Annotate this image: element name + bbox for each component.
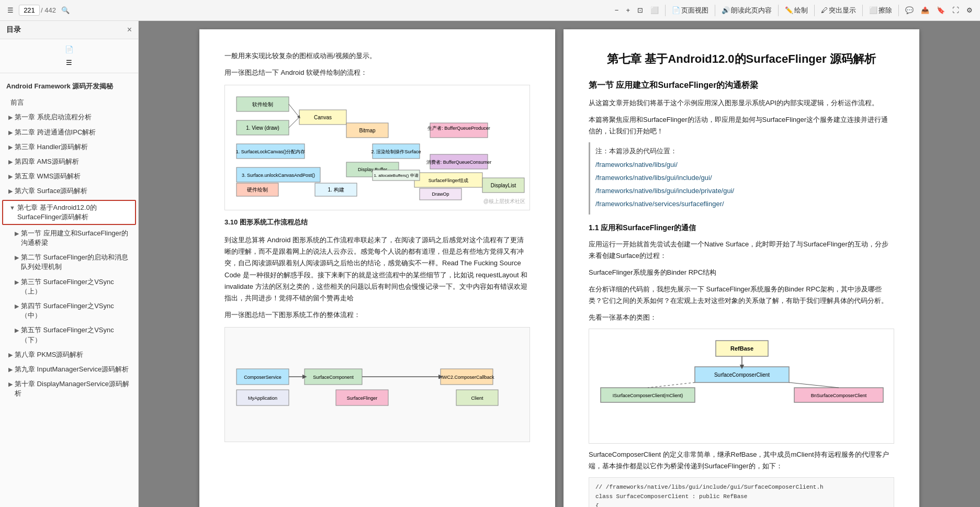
right-class-diagram: RefBase SurfaceComposerClient ISurfaceCo… (589, 329, 894, 444)
software-label: 软件绘制 (252, 102, 273, 107)
divider-5 (862, 5, 863, 16)
arrow-ch4: ▶ (8, 158, 13, 166)
toc-item-ch1[interactable]: ▶ 第一章 系统启动流程分析 (0, 110, 138, 125)
flow-diagram-svg: 软件绘制 1. View (draw) Canvas 1. SurfaceLoc… (231, 92, 530, 201)
left-body-text: 到这里总算将 Android 图形系统的工作流程串联起来了，在阅读了源码之后感觉… (224, 234, 530, 304)
toc-item-ch10[interactable]: ▶ 第十章 DisplayManagerService源码解析 (0, 377, 138, 401)
arrow-ch7-s3: ▶ (15, 278, 19, 286)
zoom-in-button[interactable]: + (623, 4, 633, 16)
toc-item-ch6[interactable]: ▶ 第六章 Surface源码解析 (0, 184, 138, 198)
subsection1-title: 1.1 应用和SurfaceFlinger的通信 (589, 222, 894, 234)
link-1[interactable]: /frameworks/native/libs/gui/ (595, 159, 889, 171)
sidebar-list-icon-button[interactable]: ☰ (3, 57, 135, 69)
sidebar-title: 目录 (6, 25, 21, 35)
toc-item-ch9[interactable]: ▶ 第九章 InputManagerService源码解析 (0, 362, 138, 377)
toc-item-ch8[interactable]: ▶ 第八章 PKMS源码解析 (0, 347, 138, 362)
divider-1 (665, 5, 666, 16)
left-summary-text: 用一张图总结一下图形系统工作的整体流程： (224, 309, 530, 321)
toc-item-ch7-s4[interactable]: ▶ 第四节 SurfaceFlinger之VSync（中） (0, 299, 138, 323)
page-input[interactable] (19, 5, 40, 16)
fullscreen-button[interactable]: ⛶ (949, 4, 962, 16)
has-arrow1 (648, 382, 695, 388)
arrow-ch6: ▶ (8, 187, 13, 195)
read-aloud-label: 朗读此页内容 (731, 6, 772, 15)
view-draw-label: 2. 渲染绘制操作Surface (371, 149, 421, 154)
sidebar-icons: 📄 ☰ (0, 39, 138, 73)
myapp-label: MyApplication (248, 396, 277, 401)
displaylist-label: DisplayList (491, 183, 516, 188)
settings-icon: ⚙ (966, 6, 973, 14)
highlight-label: 突出显示 (829, 6, 856, 15)
toc-item-ch9-label: 第九章 InputManagerService源码解析 (15, 365, 132, 374)
fit-width-button[interactable]: ⬜ (647, 4, 662, 16)
link-4[interactable]: /frameworks/native/services/surfacefling… (595, 198, 889, 210)
pdf-area[interactable]: 一般用来实现比较复杂的图框或动画/视频的显示。 用一张图总结一下 Android… (139, 21, 980, 507)
settings-button[interactable]: ⚙ (963, 4, 976, 16)
arrow-ch1: ▶ (8, 114, 13, 121)
sidebar: 目录 × 📄 ☰ Android Framework 源码开发揭秘 前言 ▶ 第… (0, 21, 139, 507)
fit-page-button[interactable]: ⊡ (634, 4, 646, 16)
toolbar-left: ☰ / 442 🔍 (4, 4, 73, 16)
class-diagram-svg: RefBase SurfaceComposerClient ISurfaceCo… (595, 335, 888, 409)
fit-width-icon: ⬜ (650, 6, 659, 14)
read-aloud-button[interactable]: 🔊 朗读此页内容 (718, 4, 775, 17)
arrow-ch7-s5: ▶ (15, 326, 19, 334)
build-label: 1. 构建 (328, 187, 344, 193)
toc-item-ch5[interactable]: ▶ 第五章 WMS源码解析 (0, 169, 138, 184)
zoom-out-button[interactable]: − (612, 4, 622, 16)
surface-flinger-label: SurfaceFlinger (347, 396, 378, 401)
highlight-button[interactable]: 🖊 突出显示 (818, 4, 859, 17)
section1-title: 第一节 应用建立和SurfaceFlinger的沟通桥梁 (589, 78, 894, 92)
toc-item-ch7-s1[interactable]: ▶ 第一节 应用建立和SurfaceFlinger的沟通桥梁 (0, 226, 138, 250)
composer-para: SurfaceComposerClient 的定义非常简单，继承RefBase，… (589, 449, 894, 472)
right-para4: 在分析详细的代码前，我想先展示一下 SurfaceFlinger系统服务的Bin… (589, 284, 894, 307)
divider-3 (778, 5, 779, 16)
draw-button[interactable]: ✏️ 绘制 (782, 4, 811, 17)
share-button[interactable]: 📤 (918, 4, 932, 16)
toc-item-ch7-s5[interactable]: ▶ 第五节 SurfaceFlinger之VSync（下） (0, 323, 138, 347)
note-box: 注：本篇涉及的代码位置： /frameworks/native/libs/gui… (589, 142, 894, 214)
left-intro-text2: 用一张图总结一下 Android 软硬件绘制的流程： (224, 67, 530, 78)
zoom-out-icon: − (615, 6, 619, 14)
comment-button[interactable]: 💬 (902, 4, 917, 16)
divider-2 (715, 5, 715, 16)
toc-item-ch6-label: 第六章 Surface源码解析 (15, 186, 132, 196)
hwc2-label: HWC2.ComposerCallback (439, 375, 494, 380)
link-2[interactable]: /frameworks/native/libs/gui/include/gui/ (595, 172, 889, 184)
toc-content[interactable]: Android Framework 源码开发揭秘 前言 ▶ 第一章 系统启动流程… (0, 73, 138, 507)
toc-item-ch4[interactable]: ▶ 第四章 AMS源码解析 (0, 154, 138, 169)
erase-icon: ⬜ (869, 6, 877, 14)
left-intro-text1: 一般用来实现比较复杂的图框或动画/视频的显示。 (224, 50, 530, 62)
bitmap-label: Bitmap (359, 128, 376, 133)
toc-item-ch3[interactable]: ▶ 第三章 Handler源码解析 (0, 140, 138, 154)
page-icon: 📄 (65, 46, 74, 53)
sf-label: SurfaceFlinger组成 (429, 178, 469, 183)
toc-item-ch7-s2[interactable]: ▶ 第二节 SurfaceFlinger的启动和消息队列处理机制 (0, 250, 138, 274)
sidebar-close-button[interactable]: × (127, 25, 132, 35)
page-view-button[interactable]: 📄 页面视图 (669, 4, 712, 17)
link-3[interactable]: /frameworks/native/libs/gui/include/priv… (595, 185, 889, 197)
draw-label: 绘制 (794, 6, 808, 15)
chapter-title: 第七章 基于Android12.0的SurfaceFlinger 源码解析 (589, 50, 894, 67)
page-separator: / 442 (41, 6, 56, 14)
view-label: 1. View (draw) (246, 125, 279, 131)
arrow-ch10: ▶ (8, 380, 13, 388)
arrow-ch7-s4: ▶ (15, 302, 19, 310)
refbase-label: RefBase (730, 345, 753, 352)
erase-button[interactable]: ⬜ 擦除 (866, 4, 895, 17)
watermark: @核上层技术社区 (483, 197, 525, 206)
bookmark-button[interactable]: 🔖 (933, 4, 948, 16)
toc-item-ch7[interactable]: ▼ 第七章 基于Android12.0的SurfaceFlinger源码解析 (2, 200, 136, 225)
arrow-2 (289, 117, 299, 128)
toc-item-preface[interactable]: 前言 (0, 95, 138, 110)
search-button[interactable]: 🔍 (58, 4, 73, 16)
sidebar-page-icon-button[interactable]: 📄 (3, 43, 135, 55)
main-area: 目录 × 📄 ☰ Android Framework 源码开发揭秘 前言 ▶ 第… (0, 21, 980, 507)
surface-component-label: SurfaceComponent (313, 375, 354, 380)
toc-item-ch2[interactable]: ▶ 第二章 跨进通通信IPC解析 (0, 125, 138, 140)
menu-button[interactable]: ☰ (4, 4, 17, 16)
toc-item-preface-label: 前言 (10, 98, 132, 107)
read-aloud-icon: 🔊 (722, 6, 730, 14)
right-para3: 应用运行一开始就首先尝试去创建一个Native Surface，此时即开始了与S… (589, 239, 894, 262)
toc-item-ch7-s3[interactable]: ▶ 第三节 SurfaceFlinger之VSync（上） (0, 275, 138, 299)
